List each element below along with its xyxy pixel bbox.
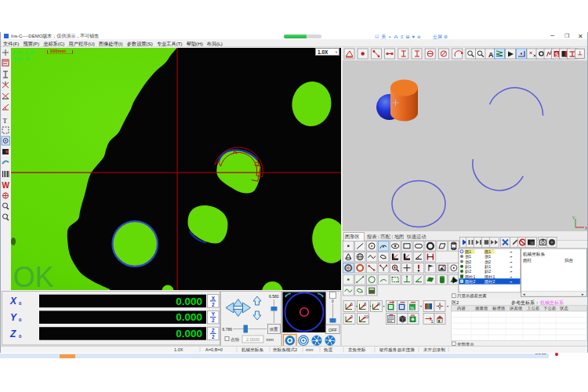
svg-text:1.0X: 1.0X: [174, 347, 183, 352]
svg-text:角度: 角度: [324, 347, 333, 353]
svg-text:直角坐标: 直角坐标: [348, 347, 366, 353]
svg-text:硬件服务器未连接: 硬件服务器未连接: [379, 347, 415, 353]
svg-text:mm: mm: [306, 347, 314, 352]
svg-text:未开启录制: 未开启录制: [423, 347, 445, 353]
svg-text:A=0,B=0: A=0,B=0: [205, 347, 223, 352]
svg-text:坐标系模式2: 坐标系模式2: [273, 347, 297, 353]
svg-text:机械坐标系: 机械坐标系: [241, 347, 263, 353]
